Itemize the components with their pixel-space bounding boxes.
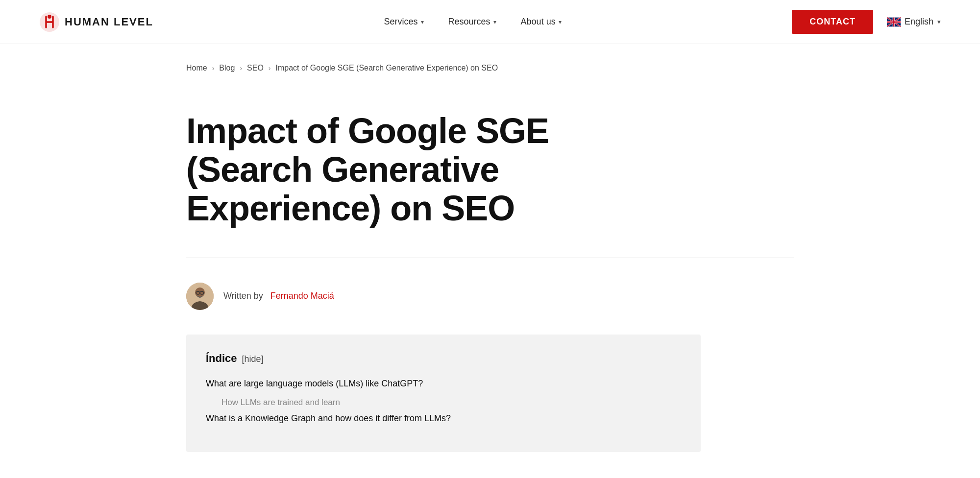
author-area: Written by Fernando Maciá — [186, 283, 794, 310]
toc-item-2[interactable]: What is a Knowledge Graph and how does i… — [206, 413, 681, 424]
written-by-label: Written by Fernando Maciá — [223, 291, 334, 301]
nav-services-label: Services — [384, 17, 418, 27]
table-of-contents: Índice [hide] What are large language mo… — [186, 335, 701, 452]
flag-icon — [887, 17, 901, 27]
site-header: HUMAN LEVEL Services ▾ Resources ▾ About… — [0, 0, 980, 44]
toc-header: Índice [hide] — [206, 352, 681, 365]
breadcrumb-home[interactable]: Home — [186, 64, 207, 72]
toc-hide-button[interactable]: [hide] — [242, 354, 264, 364]
header-right: CONTACT English ▾ — [792, 10, 941, 34]
language-label: English — [905, 17, 933, 27]
breadcrumb-blog[interactable]: Blog — [219, 64, 235, 72]
resources-chevron-icon: ▾ — [493, 19, 496, 25]
breadcrumb-sep-2: › — [240, 64, 242, 72]
main-nav: Services ▾ Resources ▾ About us ▾ — [384, 17, 562, 27]
article-title: Impact of Google SGE (Search Generative … — [186, 112, 676, 228]
toc-sub-item-1-1[interactable]: How LLMs are trained and learn — [221, 398, 681, 407]
avatar-image — [186, 283, 214, 310]
author-avatar — [186, 283, 214, 310]
nav-resources[interactable]: Resources ▾ — [448, 17, 496, 27]
nav-resources-label: Resources — [448, 17, 490, 27]
nav-about-label: About us — [521, 17, 556, 27]
about-chevron-icon: ▾ — [559, 19, 562, 25]
logo-icon — [39, 12, 60, 32]
breadcrumb-sep-3: › — [269, 64, 271, 72]
svg-point-1 — [48, 15, 51, 19]
breadcrumb: Home › Blog › SEO › Impact of Google SGE… — [186, 44, 794, 87]
author-name-link[interactable]: Fernando Maciá — [270, 291, 334, 301]
title-divider — [186, 258, 794, 258]
logo-text: HUMAN LEVEL — [65, 16, 153, 28]
toc-title: Índice — [206, 352, 237, 365]
services-chevron-icon: ▾ — [421, 19, 424, 25]
nav-services[interactable]: Services ▾ — [384, 17, 424, 27]
nav-about[interactable]: About us ▾ — [521, 17, 562, 27]
language-chevron-icon: ▾ — [937, 18, 941, 25]
main-content: Home › Blog › SEO › Impact of Google SGE… — [147, 44, 833, 452]
language-selector[interactable]: English ▾ — [887, 17, 941, 27]
contact-button[interactable]: CONTACT — [792, 10, 873, 34]
breadcrumb-sep-1: › — [212, 64, 215, 72]
breadcrumb-seo[interactable]: SEO — [247, 64, 264, 72]
breadcrumb-current: Impact of Google SGE (Search Generative … — [276, 64, 498, 72]
logo[interactable]: HUMAN LEVEL — [39, 12, 153, 32]
toc-item-1[interactable]: What are large language models (LLMs) li… — [206, 379, 681, 389]
